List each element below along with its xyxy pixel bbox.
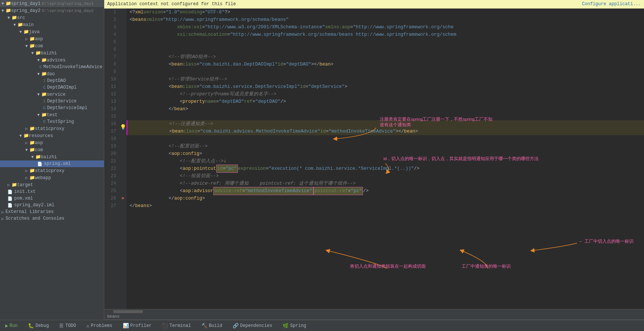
sidebar-item-resources[interactable]: ▼ 📁 resources (0, 132, 104, 139)
terminal-button[interactable]: ⬛ Terminal (160, 322, 193, 330)
sidebar-item-dao[interactable]: ▼ 📁 dao (0, 70, 104, 77)
spring-button[interactable]: 🌿 Spring (280, 322, 308, 330)
sidebar-item-deptserviceimpl[interactable]: C DeptServiceImpl (0, 105, 104, 111)
staticproxy-label: staticproxy (35, 126, 64, 131)
target-label: target (17, 182, 33, 188)
sidebar-item-main[interactable]: ▼ 📁 main (0, 21, 104, 28)
service-folder-icon: 📁 (41, 92, 47, 97)
resources-label: resources (29, 133, 53, 139)
method-advice-label: MethodInvokeTimeAdvice (44, 64, 102, 70)
sidebar-item-baizhi[interactable]: ▼ 📁 baizhi (0, 50, 104, 57)
sidebar-item-staticproxy[interactable]: ▷ 📁 staticproxy (0, 125, 104, 132)
sidebar-item-scratches[interactable]: ▷ Scratches and Consoles (0, 215, 104, 222)
annotation-assemble: 将切入点和通知类组装在一起构成切面 (350, 264, 426, 269)
main-folder-icon: 📁 (17, 22, 23, 28)
init-txt-label: init.txt (14, 189, 36, 194)
iml-file-icon: 📄 (7, 203, 13, 208)
line-numbers: 1 2 3 4 5 6 7 8 9 10 11 12 13 14 15 16 1… (104, 9, 119, 309)
src-label: src (17, 15, 25, 20)
sidebar-item-spring-day2-iml[interactable]: 📄 spring_day2.iml (0, 202, 104, 209)
build-button[interactable]: 🔨 Build (199, 322, 224, 330)
target-folder-icon: 📁 (12, 182, 17, 188)
code-line-3: xmlns:xsi="http://www.w3.org/2001/XMLSch… (127, 23, 644, 31)
res-com-folder-icon: 📁 (29, 147, 35, 153)
sidebar-item-webapp[interactable]: ▷ 📁 webapp (0, 174, 104, 181)
sidebar-item-res-baizhi[interactable]: ▼ 📁 baizhi (0, 153, 104, 160)
code-line-6 (127, 46, 644, 53)
main-container: ▼ 📁 spring_day1 D:\spring\spring_day1 ▼ … (0, 0, 644, 320)
sidebar-item-advices[interactable]: ▼ 📁 advices (0, 57, 104, 64)
src-folder-icon: 📁 (12, 15, 17, 20)
terminal-label: Terminal (169, 323, 191, 328)
sidebar[interactable]: ▼ 📁 spring_day1 D:\spring\spring_day1 ▼ … (0, 0, 104, 320)
horizontal-scrollbar[interactable] (104, 309, 644, 314)
class-icon2: C (43, 85, 46, 90)
sidebar-item-target[interactable]: ▷ 📁 target (0, 181, 104, 188)
sidebar-item-method-advice[interactable]: C MethodInvokeTimeAdvice (0, 64, 104, 70)
deptdao-label: DeptDAO (47, 78, 66, 83)
problems-label: Problems (91, 323, 112, 328)
testspring-label: TestSpring (47, 119, 74, 124)
sidebar-item-testspring[interactable]: C TestSpring (0, 118, 104, 125)
spring-label: Spring (290, 323, 306, 328)
sidebar-item-res-com[interactable]: ▼ 📁 com (0, 146, 104, 153)
sidebar-item-spring-xml[interactable]: 📄 spring.xml (0, 160, 104, 167)
sidebar-item-deptdaoimpl[interactable]: C DeptDAOImpl (0, 84, 104, 91)
sidebar-item-spring-day1[interactable]: ▼ 📁 spring_day1 D:\spring\spring_day1 (0, 0, 104, 7)
run-label: Run (10, 323, 18, 328)
class-icon: C (39, 65, 42, 69)
sidebar-item-deptdao[interactable]: I DeptDAO (0, 77, 104, 84)
todo-button[interactable]: ☰ TODO (57, 322, 78, 330)
code-line-2: <beans xmlns="http://www.springframework… (127, 16, 644, 23)
code-line-25: <aop:advisor advice-ref="methodInvokeTim… (127, 187, 644, 195)
sidebar-item-spring-day2[interactable]: ▼ 📁 spring_day2 D:\spring\spring_day2 (0, 7, 104, 14)
profiler-button[interactable]: 📊 Profiler (121, 322, 154, 330)
pom-xml-icon: 📄 (7, 196, 13, 201)
staticproxy2-label: staticproxy (35, 168, 64, 174)
sidebar-item-aop[interactable]: ▷ 📁 aop (0, 35, 104, 42)
code-line-26: </aop:config> (127, 195, 644, 202)
class-icon3: C (43, 106, 46, 110)
annotation-factory-advice: 工厂中通知类的唯一标识 (462, 264, 511, 269)
project-label: spring_day1 (11, 1, 41, 6)
baizhi-label: baizhi (41, 51, 57, 56)
sidebar-item-src[interactable]: ▼ 📁 src (0, 14, 104, 21)
warning-text: Application context not configured for t… (107, 1, 236, 7)
com-folder-icon: 📁 (29, 43, 35, 49)
run-icon: ▶ (5, 323, 8, 329)
code-content[interactable]: <?xml version="1.0" encoding="UTF-8"?> <… (127, 9, 644, 309)
configure-link[interactable]: Configure applicati... (582, 1, 641, 7)
sidebar-item-deptservice[interactable]: I DeptService (0, 98, 104, 105)
run-button[interactable]: ▶ Run (3, 322, 20, 330)
dependencies-button[interactable]: 🔗 Dependencies (230, 322, 274, 330)
sidebar-item-external-libs[interactable]: ▷ External Libraries (0, 209, 104, 215)
scratches-label: Scratches and Consoles (6, 216, 64, 221)
code-line-8: <bean class="com.baizhi.dao.DeptDAOImpl"… (127, 61, 644, 68)
sidebar-item-res-aop[interactable]: ▷ 📁 aop (0, 139, 104, 146)
problems-button[interactable]: ⚠ Problems (84, 322, 114, 330)
code-line-18 (127, 135, 644, 143)
sidebar-item-com[interactable]: ▼ 📁 com (0, 42, 104, 50)
webapp-label: webapp (35, 175, 51, 181)
collapse-icon2: ▼ (1, 9, 4, 13)
deptdaoimpl-label: DeptDAOImpl (47, 85, 77, 90)
spring-day2-iml-label: spring_day2.iml (14, 203, 54, 208)
editor-wrapper: 1 2 3 4 5 6 7 8 9 10 11 12 13 14 15 16 1… (104, 9, 644, 309)
sidebar-item-service[interactable]: ▼ 📁 service (0, 91, 104, 98)
sidebar-item-init-txt[interactable]: 📄 init.txt (0, 188, 104, 195)
code-line-24: <!--advice-ref: 用哪个通知 pointcut-ref: 这个通知… (127, 180, 644, 187)
sidebar-item-test[interactable]: ▼ 📁 test (0, 111, 104, 118)
res-com-label: com (35, 147, 43, 153)
code-line-12: <!--property中name写成员变量的名字--> (127, 90, 644, 98)
debug-button[interactable]: 🐛 Debug (26, 322, 51, 330)
sidebar-item-pom-xml[interactable]: 📄 pom.xml (0, 195, 104, 202)
code-line-15 (127, 113, 644, 120)
breadcrumb: beans (107, 314, 119, 319)
sidebar-item-java[interactable]: ▼ 📁 java (0, 28, 104, 35)
sidebar-item-staticproxy2[interactable]: ▷ 📁 staticproxy (0, 167, 104, 174)
com-label: com (35, 44, 43, 49)
dependencies-icon: 🔗 (233, 323, 239, 329)
scrollbar-thumb[interactable] (113, 310, 143, 313)
class-icon4: C (43, 120, 46, 124)
service-label: service (47, 92, 66, 97)
